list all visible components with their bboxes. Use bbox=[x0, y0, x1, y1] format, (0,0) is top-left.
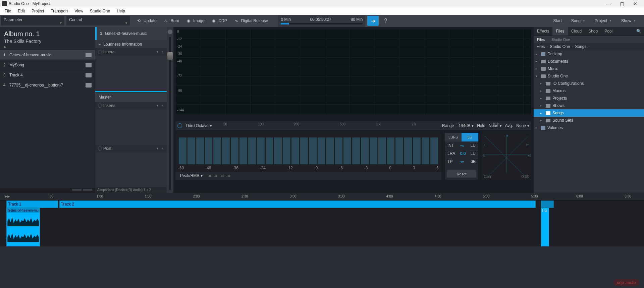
chevron-down-icon[interactable]: ▼ bbox=[155, 50, 160, 54]
power-icon[interactable] bbox=[177, 123, 182, 128]
menu-file[interactable]: File bbox=[2, 8, 14, 14]
folder-icon bbox=[546, 119, 550, 122]
chevron-icon[interactable]: ▾ bbox=[536, 74, 539, 78]
power-icon[interactable] bbox=[98, 147, 102, 151]
audio-event[interactable]: Gates-of-heaven-mu bbox=[6, 208, 40, 246]
digital-release-button[interactable]: ∿Digital Release bbox=[230, 15, 272, 27]
crumb[interactable]: Studio One bbox=[550, 44, 570, 49]
tree-item[interactable]: ▸Macros bbox=[534, 87, 644, 95]
minimize-button[interactable]: — bbox=[602, 1, 615, 6]
menu-edit[interactable]: Edit bbox=[15, 8, 28, 14]
output-device[interactable]: Altoparlanti (Realtek(R) Audio) 1 + 2 bbox=[95, 187, 167, 193]
resize-handle[interactable] bbox=[0, 188, 95, 193]
reset-button[interactable]: Reset bbox=[447, 170, 476, 178]
crumb[interactable]: Files bbox=[536, 44, 545, 49]
tree-label: Shows bbox=[552, 103, 565, 108]
master-header[interactable]: Master bbox=[95, 93, 167, 102]
peak-meter: -60-48-36-24-12-9-6-3036 Peak/RMS ▾ -∞ -… bbox=[175, 133, 441, 180]
chevron-icon[interactable]: ▸ bbox=[540, 111, 544, 115]
tab-files[interactable]: Files bbox=[552, 27, 568, 36]
power-icon[interactable] bbox=[98, 50, 102, 54]
play-icon[interactable]: ▶▶ bbox=[5, 194, 10, 198]
inserts-header[interactable]: Inserts ▼ + bbox=[95, 48, 167, 56]
track-row[interactable]: 2 MySong bbox=[0, 60, 95, 70]
menu-studio-one[interactable]: Studio One bbox=[87, 8, 113, 14]
lu-button[interactable]: LU bbox=[462, 133, 478, 141]
avg-dropdown[interactable]: None ▾ bbox=[516, 123, 529, 128]
close-button[interactable]: ✕ bbox=[629, 1, 642, 6]
chevron-icon[interactable]: ▸ bbox=[540, 82, 544, 85]
tree-item[interactable]: ▸IO Configurations bbox=[534, 80, 644, 87]
menu-transport[interactable]: Transport bbox=[48, 8, 70, 14]
tree-label: Songs bbox=[552, 111, 564, 115]
track-clip[interactable]: Track 2 bbox=[59, 200, 536, 208]
post-header[interactable]: Post ▼ + bbox=[95, 145, 167, 152]
fader-slider[interactable] bbox=[169, 37, 171, 190]
peak-mode-dropdown[interactable]: Peak/RMS ▾ bbox=[180, 173, 203, 178]
chevron-icon[interactable]: ▸ bbox=[536, 67, 539, 70]
export-button[interactable]: ➜ bbox=[367, 16, 379, 26]
chevron-icon[interactable]: ▸ bbox=[540, 89, 544, 93]
tab-shop[interactable]: Shop bbox=[585, 27, 601, 36]
ddp-button[interactable]: ◉DDP bbox=[208, 15, 230, 27]
tree-item[interactable]: ▸Music bbox=[534, 65, 644, 72]
plus-icon[interactable]: + bbox=[161, 147, 164, 150]
arrange-area[interactable]: Gates-of-heaven-mu Tra bbox=[0, 208, 644, 246]
play-icon[interactable]: ▶ bbox=[4, 45, 91, 49]
chevron-icon[interactable]: ▸ bbox=[540, 104, 544, 107]
tree-item[interactable]: ▸Documents bbox=[534, 58, 644, 65]
burn-button[interactable]: ♨Burn bbox=[160, 15, 182, 27]
track-row[interactable]: 3 Track 4 bbox=[0, 70, 95, 80]
power-icon[interactable] bbox=[98, 104, 102, 108]
tree-item[interactable]: ▾Studio One bbox=[534, 72, 644, 80]
tab-pool[interactable]: Pool bbox=[601, 27, 616, 36]
tab-cloud[interactable]: Cloud bbox=[568, 27, 585, 36]
track-row[interactable]: 1 Gates-of-heaven-music bbox=[0, 50, 95, 60]
chevron-icon[interactable]: ▸ bbox=[536, 60, 539, 63]
update-button[interactable]: ⟲Update bbox=[133, 15, 160, 27]
plus-icon[interactable]: + bbox=[161, 50, 164, 54]
subtab-studio-one[interactable]: Studio One bbox=[548, 38, 573, 42]
image-button[interactable]: ◉Image bbox=[182, 15, 208, 27]
chevron-icon[interactable]: ▸ bbox=[540, 97, 544, 100]
track-clip[interactable]: Track 1 bbox=[6, 200, 58, 208]
maximize-button[interactable]: ▢ bbox=[615, 1, 629, 6]
plus-icon[interactable]: + bbox=[161, 104, 164, 107]
menu-project[interactable]: Project bbox=[29, 8, 47, 14]
chevron-icon[interactable]: ▸ bbox=[536, 126, 539, 129]
search-icon[interactable]: 🔍 bbox=[634, 29, 644, 34]
parameter-dropdown[interactable]: Parameter▼ bbox=[1, 16, 64, 25]
tree-item[interactable]: ▸Shows bbox=[534, 102, 644, 109]
help-button[interactable]: ? bbox=[381, 15, 390, 27]
crumb[interactable]: Songs bbox=[575, 44, 586, 49]
tree-item[interactable]: ▸Songs bbox=[534, 109, 644, 117]
tree-item[interactable]: ▸Projects bbox=[534, 95, 644, 102]
time-progress[interactable] bbox=[281, 23, 363, 24]
nav-song[interactable]: Song▼ bbox=[567, 15, 590, 27]
tree-item[interactable]: ▸Sound Sets bbox=[534, 117, 644, 124]
lufs-button[interactable]: LUFS bbox=[445, 133, 462, 141]
channel-header[interactable]: 1 Gates-of-heaven-music bbox=[95, 27, 167, 40]
control-dropdown[interactable]: Control▼ bbox=[66, 16, 130, 25]
nav-start[interactable]: Start bbox=[548, 15, 566, 27]
menu-help[interactable]: Help bbox=[114, 8, 128, 14]
tab-effects[interactable]: Effects bbox=[534, 27, 552, 36]
chevron-icon[interactable]: ▸ bbox=[536, 52, 539, 56]
timeline-ruler[interactable]: ▶▶ 30 1:00 1:30 2:00 2:30 3:00 3:30 4:00… bbox=[0, 193, 644, 200]
spectrum-mode-dropdown[interactable]: Third Octave ▾ bbox=[185, 123, 212, 128]
nav-show[interactable]: Show▼ bbox=[616, 15, 641, 27]
master-inserts-header[interactable]: Inserts ▼ + bbox=[95, 102, 167, 109]
audio-event[interactable]: Tra bbox=[541, 208, 549, 246]
chevron-down-icon[interactable]: ▼ bbox=[155, 147, 160, 150]
tree-item[interactable]: ▸Volumes bbox=[534, 124, 644, 131]
chevron-icon[interactable]: ▸ bbox=[540, 119, 544, 122]
track-clip[interactable] bbox=[541, 200, 554, 208]
subtab-files[interactable]: Files bbox=[534, 38, 548, 42]
tree-item[interactable]: ▸Desktop bbox=[534, 50, 644, 58]
loudness-info[interactable]: ▶ Loudness Information bbox=[95, 40, 167, 48]
track-row[interactable]: 4 77735__dj-chronos__button-7 bbox=[0, 80, 95, 90]
menu-view[interactable]: View bbox=[72, 8, 86, 14]
pan-knob[interactable] bbox=[168, 30, 172, 34]
nav-project[interactable]: Project▼ bbox=[590, 15, 616, 27]
chevron-down-icon[interactable]: ▼ bbox=[155, 104, 160, 107]
